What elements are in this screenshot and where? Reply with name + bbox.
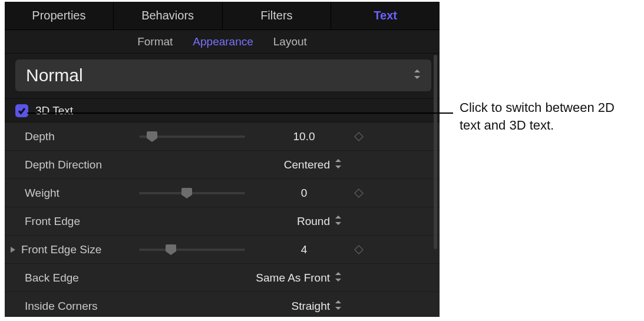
updown-icon — [414, 70, 421, 81]
updown-icon — [335, 300, 342, 313]
param-depth-direction-value: Centered — [284, 158, 330, 171]
param-depth-slider[interactable] — [139, 130, 263, 143]
inspector-main-tabs: Properties Behaviors Filters Text — [5, 2, 440, 30]
updown-icon — [335, 158, 342, 171]
param-depth-direction-label: Depth Direction — [21, 158, 139, 171]
updown-icon — [335, 272, 342, 284]
param-inside-corners-value: Straight — [292, 300, 330, 313]
text-sub-tabs: Format Appearance Layout — [5, 30, 440, 54]
subtab-layout[interactable]: Layout — [273, 35, 307, 48]
updown-icon — [335, 215, 342, 228]
inspector-panel: Properties Behaviors Filters Text Format… — [5, 2, 440, 317]
param-front-edge-label: Front Edge — [21, 215, 139, 228]
tab-behaviors[interactable]: Behaviors — [114, 2, 223, 29]
section-3d-text-label: 3D Text — [35, 104, 73, 117]
param-row-front-edge-size: Front Edge Size 4 — [5, 236, 440, 264]
annotation-text: Click to switch between 2D text and 3D t… — [460, 99, 636, 134]
param-front-edge-size-label: Front Edge Size — [21, 243, 139, 256]
3d-text-params-group: Depth 10.0 Depth Direction Centered — [5, 123, 440, 317]
annotation-leader-line — [27, 112, 453, 114]
param-depth-direction-select[interactable]: Centered — [139, 158, 345, 171]
tab-filters[interactable]: Filters — [223, 2, 332, 29]
keyframe-diamond-icon[interactable] — [345, 188, 372, 198]
param-row-depth-direction: Depth Direction Centered — [5, 151, 440, 179]
param-inside-corners-select[interactable]: Straight — [139, 300, 345, 313]
param-weight-slider[interactable] — [139, 187, 263, 200]
param-row-weight: Weight 0 — [5, 179, 440, 207]
style-preset-row: Normal — [5, 54, 440, 99]
param-weight-value[interactable]: 0 — [263, 187, 345, 200]
param-depth-value[interactable]: 10.0 — [263, 130, 345, 143]
param-back-edge-label: Back Edge — [21, 272, 139, 284]
keyframe-diamond-icon[interactable] — [345, 245, 372, 254]
subtab-format[interactable]: Format — [137, 35, 173, 48]
vertical-scrollbar[interactable] — [434, 55, 437, 249]
param-inside-corners-label: Inside Corners — [21, 300, 139, 313]
tab-properties[interactable]: Properties — [5, 2, 114, 29]
param-front-edge-value: Round — [297, 215, 330, 228]
tab-text[interactable]: Text — [331, 2, 440, 29]
style-preset-label: Normal — [26, 65, 83, 85]
style-preset-select[interactable]: Normal — [15, 59, 431, 91]
section-3d-text-header: 3D Text — [5, 99, 440, 123]
param-weight-label: Weight — [21, 187, 139, 200]
keyframe-diamond-icon[interactable] — [345, 132, 372, 141]
checkbox-3d-text[interactable] — [15, 104, 28, 117]
param-back-edge-value: Same As Front — [256, 272, 330, 284]
param-front-edge-size-value[interactable]: 4 — [263, 243, 345, 256]
param-depth-label: Depth — [21, 130, 139, 143]
disclosure-triangle-icon[interactable] — [5, 246, 21, 253]
subtab-appearance[interactable]: Appearance — [193, 35, 253, 48]
param-front-edge-select[interactable]: Round — [139, 215, 345, 228]
param-row-back-edge: Back Edge Same As Front — [5, 264, 440, 292]
param-front-edge-size-slider[interactable] — [139, 243, 263, 256]
param-row-depth: Depth 10.0 — [5, 123, 440, 151]
param-row-front-edge: Front Edge Round — [5, 207, 440, 236]
param-row-inside-corners: Inside Corners Straight — [5, 292, 440, 317]
param-back-edge-select[interactable]: Same As Front — [139, 272, 345, 284]
